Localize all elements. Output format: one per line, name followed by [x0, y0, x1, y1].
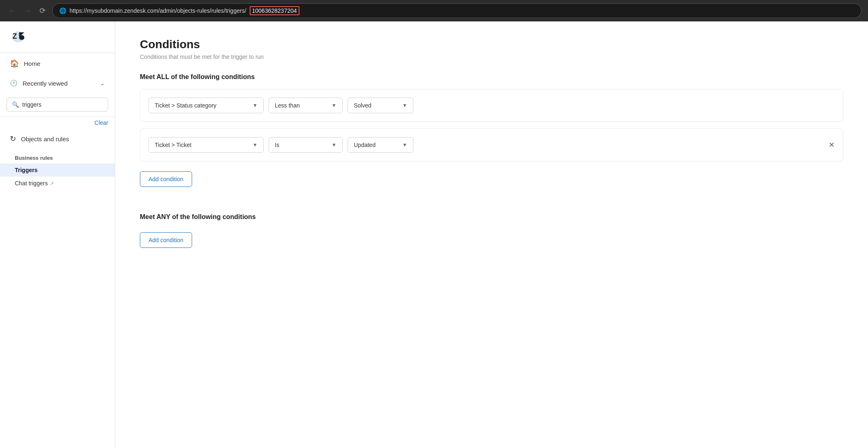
page-subtitle: Conditions that must be met for the trig…	[140, 54, 843, 60]
sidebar-item-recently-viewed[interactable]: 🕐 Recently viewed ⌄	[0, 74, 115, 93]
all-conditions-title: Meet ALL of the following conditions	[140, 73, 843, 81]
add-condition-any-label: Add condition	[149, 237, 183, 243]
chevron-down-icon-5: ▼	[332, 142, 337, 148]
triggers-label: Triggers	[15, 167, 37, 173]
objects-rules-label: Objects and rules	[21, 135, 69, 142]
add-condition-any-button[interactable]: Add condition	[140, 232, 192, 248]
condition-row-1: Ticket > Status category ▼ Less than ▼ S…	[140, 89, 843, 122]
svg-text:Z: Z	[12, 32, 17, 40]
condition2-operator-label: Is	[275, 142, 279, 148]
condition1-field-label: Ticket > Status category	[155, 102, 216, 109]
sidebar-item-home[interactable]: 🏠 Home	[0, 53, 115, 74]
back-button[interactable]: ←	[7, 5, 17, 16]
url-prefix: https://mysubdomain.zendesk.com/admin/ob…	[70, 7, 246, 14]
clear-button[interactable]: Clear	[0, 117, 115, 128]
add-condition-all-button[interactable]: Add condition	[140, 171, 192, 187]
address-bar[interactable]: 🌐 https://mysubdomain.zendesk.com/admin/…	[52, 3, 861, 18]
add-condition-all-label: Add condition	[149, 176, 183, 182]
any-conditions-section: Meet ANY of the following conditions Add…	[140, 213, 843, 264]
condition1-value-label: Solved	[354, 102, 371, 109]
objects-rules-icon: ↻	[10, 134, 16, 143]
sidebar: Z 🏠 Home 🕐 Recently viewed ⌄ 🔍 Clear ↻	[0, 21, 115, 448]
main-content: Conditions Conditions that must be met f…	[115, 21, 868, 448]
condition1-operator-select[interactable]: Less than ▼	[269, 98, 343, 113]
sidebar-sub-section: Business rules Triggers Chat triggers ➚	[0, 149, 115, 193]
app-container: Z 🏠 Home 🕐 Recently viewed ⌄ 🔍 Clear ↻	[0, 21, 868, 448]
condition1-operator-label: Less than	[275, 102, 300, 109]
sidebar-item-objects-rules[interactable]: ↻ Objects and rules	[0, 128, 115, 149]
search-container: 🔍	[0, 93, 115, 117]
sidebar-item-triggers[interactable]: Triggers	[0, 163, 115, 177]
search-input[interactable]	[22, 101, 103, 108]
business-rules-label: Business rules	[0, 152, 115, 163]
forward-button[interactable]: →	[22, 5, 33, 16]
condition1-field-select[interactable]: Ticket > Status category ▼	[149, 98, 264, 113]
page-title: Conditions	[140, 38, 843, 51]
chevron-down-icon-2: ▼	[332, 103, 337, 108]
condition2-remove-button[interactable]: ✕	[827, 140, 836, 150]
globe-icon: 🌐	[59, 7, 66, 14]
condition2-field-select[interactable]: Ticket > Ticket ▼	[149, 137, 264, 153]
condition1-value-select[interactable]: Solved ▼	[348, 98, 413, 113]
refresh-button[interactable]: ⟳	[38, 5, 47, 16]
recently-viewed-left: 🕐 Recently viewed	[10, 79, 67, 87]
chat-triggers-label: Chat triggers	[15, 180, 48, 187]
recently-viewed-label: Recently viewed	[23, 80, 67, 87]
external-link-icon: ➚	[50, 181, 54, 186]
search-wrapper: 🔍	[7, 98, 108, 112]
search-icon: 🔍	[12, 101, 19, 108]
home-icon: 🏠	[10, 59, 19, 68]
browser-chrome: ← → ⟳ 🌐 https://mysubdomain.zendesk.com/…	[0, 0, 868, 21]
condition2-value-select[interactable]: Updated ▼	[348, 137, 413, 153]
sidebar-item-chat-triggers[interactable]: Chat triggers ➚	[0, 177, 115, 190]
condition2-value-label: Updated	[354, 142, 376, 148]
condition-row-2: Ticket > Ticket ▼ Is ▼ Updated ▼ ✕	[140, 128, 843, 161]
chevron-down-icon-1: ▼	[253, 103, 258, 108]
condition2-operator-select[interactable]: Is ▼	[269, 137, 343, 153]
logo-area: Z	[0, 21, 115, 53]
chevron-down-icon-3: ▼	[402, 103, 407, 108]
condition2-field-label: Ticket > Ticket	[155, 142, 191, 148]
sidebar-home-label: Home	[24, 60, 40, 67]
all-conditions-section: Meet ALL of the following conditions Tic…	[140, 73, 843, 203]
url-id: 10063628237204	[250, 6, 299, 15]
chevron-down-icon-4: ▼	[253, 142, 258, 148]
any-conditions-title: Meet ANY of the following conditions	[140, 213, 843, 221]
zendesk-logo: Z	[10, 30, 26, 43]
chevron-down-icon: ⌄	[100, 80, 105, 86]
chevron-down-icon-6: ▼	[402, 142, 407, 148]
clock-icon: 🕐	[10, 79, 18, 87]
